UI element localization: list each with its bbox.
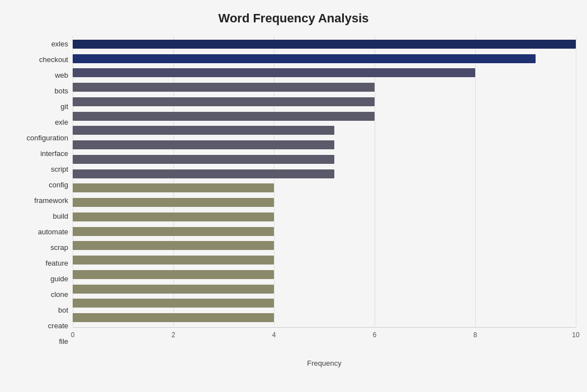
bar (73, 183, 274, 192)
bar (73, 270, 274, 279)
y-label: bot (11, 304, 68, 317)
y-label: create (11, 320, 68, 332)
bars-and-xaxis: Frequency 0246810 (73, 36, 576, 350)
bar-row (73, 96, 576, 108)
bar (73, 256, 274, 265)
bars-wrapper (73, 36, 576, 326)
bar (73, 126, 334, 135)
bar-row (73, 196, 576, 209)
bar-row (73, 182, 576, 194)
x-tick: 0 (71, 331, 75, 339)
bar-row (73, 81, 576, 93)
bar (73, 285, 274, 294)
y-label: checkout (11, 53, 68, 65)
bar (73, 68, 475, 77)
bar-row (73, 239, 576, 252)
bar-row (73, 211, 576, 223)
y-label: configuration (11, 131, 68, 144)
y-label: build (11, 210, 68, 223)
y-label: bots (11, 84, 68, 97)
y-label: script (11, 163, 68, 175)
bar (73, 169, 334, 178)
bar-row (73, 139, 576, 151)
x-tick: 2 (172, 331, 176, 339)
bars-area (73, 36, 576, 326)
x-axis: Frequency 0246810 (73, 327, 576, 350)
y-label: automate (11, 226, 68, 238)
bar (73, 140, 334, 149)
y-label: framework (11, 194, 68, 206)
bar-row (73, 124, 576, 136)
bar (73, 40, 576, 49)
bar-row (73, 254, 576, 266)
bar (73, 227, 274, 236)
bar-row (73, 110, 576, 122)
y-axis: exlescheckoutwebbotsgitexleconfiguration… (11, 36, 73, 350)
bar (73, 155, 334, 164)
bar-row (73, 168, 576, 180)
x-tick: 6 (373, 331, 377, 339)
bar-row (73, 53, 576, 65)
bar (73, 198, 274, 207)
y-label: guide (11, 273, 68, 285)
bar-row (73, 225, 576, 238)
y-label: clone (11, 289, 68, 301)
bar (73, 83, 375, 92)
bar (73, 112, 375, 121)
y-label: feature (11, 257, 68, 270)
bar (73, 54, 536, 63)
y-label: exles (11, 37, 68, 50)
bar-row (73, 297, 576, 309)
bar (73, 212, 274, 221)
y-label: web (11, 69, 68, 81)
chart-title: Word Frequency Analysis (11, 11, 576, 26)
bar-row (73, 268, 576, 281)
y-label: git (11, 100, 68, 112)
y-label: config (11, 178, 68, 191)
bar-row (73, 153, 576, 166)
bar (73, 313, 274, 322)
bar-row (73, 38, 576, 50)
bar (73, 299, 274, 308)
y-label: file (11, 336, 68, 348)
bar (73, 97, 375, 106)
x-tick: 10 (572, 331, 579, 339)
bar-row (73, 283, 576, 295)
bar-row (73, 67, 576, 79)
y-label: exle (11, 116, 68, 128)
y-label: scrap (11, 242, 68, 254)
x-axis-label: Frequency (73, 359, 576, 367)
bar (73, 241, 274, 250)
chart-area: exlescheckoutwebbotsgitexleconfiguration… (11, 36, 576, 350)
y-label: interface (11, 147, 68, 159)
x-tick: 4 (272, 331, 276, 339)
chart-container: Word Frequency Analysis exlescheckoutweb… (0, 0, 587, 392)
x-tick: 8 (474, 331, 477, 339)
grid-line (576, 36, 576, 326)
bar-row (73, 311, 576, 324)
